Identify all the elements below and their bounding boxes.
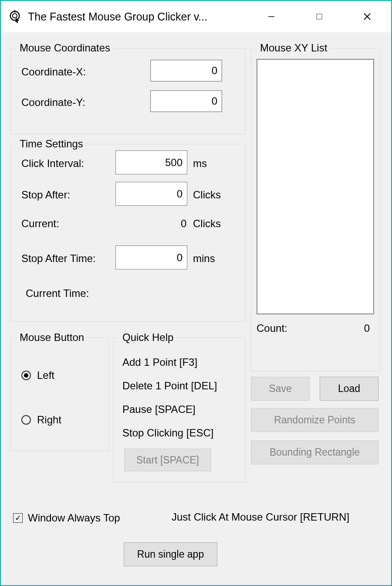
start-button[interactable]: Start [SPACE] — [124, 449, 211, 471]
quick-help-legend: Quick Help — [120, 331, 176, 344]
randomize-button-label: Randomize Points — [274, 414, 355, 426]
svg-point-1 — [13, 14, 17, 18]
randomize-button[interactable]: Randomize Points — [251, 408, 378, 432]
titlebar: The Fastest Mouse Group Clicker v... — [1, 1, 391, 32]
run-single-app-button[interactable]: Run single app — [124, 542, 217, 566]
time-settings-group: Time Settings Click Interval: ms Stop Af… — [10, 144, 246, 322]
quick-help-group: Quick Help Add 1 Point [F3] Delete 1 Poi… — [113, 337, 246, 482]
mouse-xy-list-legend: Mouse XY List — [257, 42, 330, 54]
bounding-button[interactable]: Bounding Rectangle — [251, 440, 378, 464]
current-value: 0 — [181, 218, 186, 230]
radio-right-label: Right — [37, 414, 61, 426]
bounding-button-label: Bounding Rectangle — [270, 446, 360, 458]
minimize-button[interactable] — [247, 1, 295, 32]
svg-point-0 — [10, 11, 20, 20]
help-delete: Delete 1 Point [DEL] — [122, 380, 237, 392]
load-button-label: Load — [338, 383, 360, 395]
click-interval-label: Click Interval: — [21, 157, 84, 170]
always-top-checkbox[interactable]: ✓ Window Always Top — [13, 512, 120, 524]
run-single-app-label: Run single app — [137, 549, 204, 560]
stop-after-input[interactable] — [115, 182, 187, 206]
mouse-button-legend: Mouse Button — [17, 331, 87, 344]
radio-left-label: Left — [37, 369, 54, 382]
count-label: Count: — [257, 322, 287, 334]
window-title: The Fastest Mouse Group Clicker v... — [28, 10, 207, 23]
coord-x-label: Coordinate-X: — [21, 66, 86, 78]
xy-listbox[interactable] — [257, 59, 374, 314]
time-settings-legend: Time Settings — [17, 138, 86, 150]
coord-y-input[interactable] — [150, 90, 222, 112]
stop-after-time-label: Stop After Time: — [21, 252, 96, 265]
always-top-box: ✓ — [13, 513, 23, 523]
load-button[interactable]: Load — [320, 377, 378, 401]
radio-right[interactable]: Right — [21, 414, 61, 426]
maximize-button[interactable] — [295, 1, 343, 32]
mouse-xy-list-group: Mouse XY List Count: 0 — [251, 48, 380, 371]
coord-x-input[interactable] — [150, 60, 222, 82]
stop-after-label: Stop After: — [21, 189, 70, 201]
start-button-label: Start [SPACE] — [136, 454, 199, 466]
click-interval-input[interactable] — [115, 150, 187, 174]
current-unit: Clicks — [193, 218, 221, 230]
always-top-label: Window Always Top — [28, 512, 120, 524]
stop-after-time-input[interactable] — [115, 245, 187, 269]
radio-left-indicator — [21, 371, 31, 380]
app-icon — [8, 10, 22, 24]
stop-after-time-unit: mins — [193, 252, 215, 265]
help-pause: Pause [SPACE] — [122, 403, 237, 416]
mouse-button-group: Mouse Button Left Right — [10, 337, 109, 451]
close-button[interactable] — [343, 1, 391, 32]
coord-y-label: Coordinate-Y: — [21, 96, 85, 109]
save-button[interactable]: Save — [251, 377, 310, 401]
radio-right-indicator — [21, 415, 31, 425]
click-interval-unit: ms — [193, 157, 207, 170]
current-label: Current: — [21, 218, 59, 230]
save-button-label: Save — [269, 383, 291, 395]
current-time-label: Current Time: — [26, 287, 89, 300]
mouse-coordinates-group: Mouse Coordinates Coordinate-X: Coordina… — [10, 48, 246, 134]
help-add: Add 1 Point [F3] — [122, 356, 237, 368]
help-stop: Stop Clicking [ESC] — [122, 427, 237, 439]
stop-after-unit: Clicks — [193, 189, 221, 201]
count-value: 0 — [364, 322, 370, 334]
just-click-label: Just Click At Mouse Cursor [RETURN] — [172, 511, 349, 523]
svg-rect-5 — [317, 14, 322, 19]
radio-left[interactable]: Left — [21, 369, 61, 382]
mouse-coordinates-legend: Mouse Coordinates — [17, 42, 113, 54]
